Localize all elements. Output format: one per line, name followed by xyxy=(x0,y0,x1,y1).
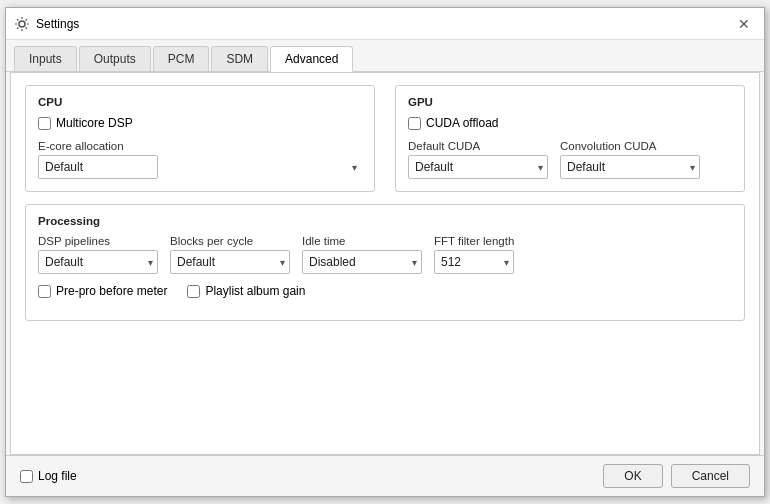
processing-grid: DSP pipelines Default Blocks per cycle D… xyxy=(38,235,732,274)
footer: Log file OK Cancel xyxy=(6,455,764,496)
processing-checkboxes: Pre-pro before meter Playlist album gain xyxy=(38,284,732,308)
log-file-checkbox[interactable] xyxy=(20,470,33,483)
cpu-gpu-group: CPU Multicore DSP E-core allocation Defa… xyxy=(25,85,745,192)
ok-button[interactable]: OK xyxy=(603,464,662,488)
default-cuda-select-wrapper: Default xyxy=(408,155,548,179)
multicore-dsp-label: Multicore DSP xyxy=(56,116,133,130)
cuda-offload-label: CUDA offload xyxy=(426,116,499,130)
pre-pro-row: Pre-pro before meter xyxy=(38,284,167,298)
footer-left: Log file xyxy=(20,469,77,483)
gpu-section: GPU CUDA offload Default CUDA Default xyxy=(395,85,745,192)
cancel-button[interactable]: Cancel xyxy=(671,464,750,488)
idle-time-select-wrapper: Disabled xyxy=(302,250,422,274)
tab-advanced[interactable]: Advanced xyxy=(270,46,353,72)
blocks-per-cycle-label: Blocks per cycle xyxy=(170,235,290,247)
tab-pcm[interactable]: PCM xyxy=(153,46,210,71)
fft-filter-length-label: FFT filter length xyxy=(434,235,514,247)
tab-sdm[interactable]: SDM xyxy=(211,46,268,71)
convolution-cuda-label: Convolution CUDA xyxy=(560,140,700,152)
tabs-bar: Inputs Outputs PCM SDM Advanced xyxy=(6,40,764,72)
cuda-offload-checkbox[interactable] xyxy=(408,117,421,130)
cpu-section: CPU Multicore DSP E-core allocation Defa… xyxy=(25,85,375,192)
pre-pro-checkbox[interactable] xyxy=(38,285,51,298)
gpu-section-title: GPU xyxy=(408,96,732,108)
close-button[interactable]: ✕ xyxy=(732,12,756,36)
dsp-pipelines-select[interactable]: Default xyxy=(38,250,158,274)
blocks-per-cycle-select[interactable]: Default xyxy=(170,250,290,274)
fft-filter-length-select-wrapper: 512 xyxy=(434,250,514,274)
title-bar: Settings ✕ xyxy=(6,8,764,40)
convolution-cuda-field: Convolution CUDA Default xyxy=(560,140,700,179)
window-title: Settings xyxy=(36,17,79,31)
default-cuda-field: Default CUDA Default xyxy=(408,140,548,179)
svg-point-0 xyxy=(19,21,25,27)
processing-section-title: Processing xyxy=(38,215,732,227)
content-area: CPU Multicore DSP E-core allocation Defa… xyxy=(10,72,760,455)
ecore-label: E-core allocation xyxy=(38,140,362,152)
blocks-per-cycle-select-wrapper: Default xyxy=(170,250,290,274)
fft-filter-length-field: FFT filter length 512 xyxy=(434,235,514,274)
log-file-label: Log file xyxy=(38,469,77,483)
playlist-album-gain-row: Playlist album gain xyxy=(187,284,305,298)
playlist-album-gain-checkbox[interactable] xyxy=(187,285,200,298)
cuda-offload-row: CUDA offload xyxy=(408,116,732,130)
title-bar-left: Settings xyxy=(14,16,79,32)
ecore-select-wrapper: Default xyxy=(38,155,362,179)
default-cuda-label: Default CUDA xyxy=(408,140,548,152)
pre-pro-label: Pre-pro before meter xyxy=(56,284,167,298)
tab-outputs[interactable]: Outputs xyxy=(79,46,151,71)
settings-window: Settings ✕ Inputs Outputs PCM SDM Advanc… xyxy=(5,7,765,497)
ecore-field: E-core allocation Default xyxy=(38,140,362,179)
multicore-dsp-checkbox[interactable] xyxy=(38,117,51,130)
dsp-pipelines-label: DSP pipelines xyxy=(38,235,158,247)
idle-time-field: Idle time Disabled xyxy=(302,235,422,274)
settings-icon xyxy=(14,16,30,32)
footer-buttons: OK Cancel xyxy=(603,464,750,488)
multicore-dsp-row: Multicore DSP xyxy=(38,116,362,130)
playlist-album-gain-label: Playlist album gain xyxy=(205,284,305,298)
dsp-pipelines-field: DSP pipelines Default xyxy=(38,235,158,274)
cuda-fields: Default CUDA Default Convolution CUDA De… xyxy=(408,140,732,179)
default-cuda-select[interactable]: Default xyxy=(408,155,548,179)
idle-time-select[interactable]: Disabled xyxy=(302,250,422,274)
convolution-cuda-select[interactable]: Default xyxy=(560,155,700,179)
ecore-select[interactable]: Default xyxy=(38,155,158,179)
fft-filter-length-select[interactable]: 512 xyxy=(434,250,514,274)
convolution-cuda-select-wrapper: Default xyxy=(560,155,700,179)
blocks-per-cycle-field: Blocks per cycle Default xyxy=(170,235,290,274)
cpu-section-title: CPU xyxy=(38,96,362,108)
processing-section: Processing DSP pipelines Default Blocks … xyxy=(25,204,745,321)
dsp-pipelines-select-wrapper: Default xyxy=(38,250,158,274)
idle-time-label: Idle time xyxy=(302,235,422,247)
tab-inputs[interactable]: Inputs xyxy=(14,46,77,71)
